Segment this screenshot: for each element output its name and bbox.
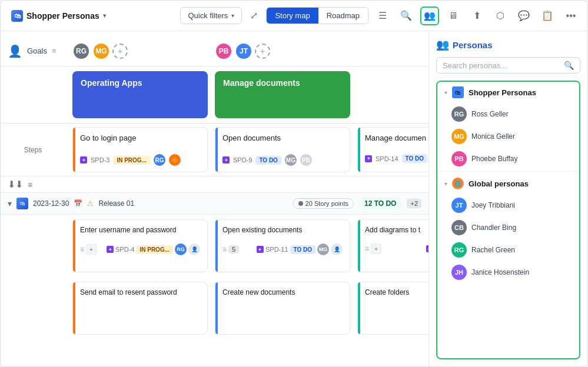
history-icon[interactable]: 📋 xyxy=(538,6,557,25)
expand-icon-button[interactable]: ⤢ xyxy=(247,6,261,25)
expand-all-icon[interactable]: ⬇⬇ xyxy=(8,179,23,190)
persona-avatar-janice: JH xyxy=(451,265,467,280)
epic-cards: Operating Apps Manage documents xyxy=(65,71,428,118)
persona-item-joey[interactable]: JT Joey Tribbiani xyxy=(437,194,579,216)
story-points-dot xyxy=(298,201,303,206)
comment-icon[interactable]: 💬 xyxy=(514,6,533,25)
ticket-id-2: SPD-9 xyxy=(233,156,252,164)
persona-item-ross[interactable]: RG Ross Geller xyxy=(437,103,579,125)
expand-rows-icon-2: ≡ xyxy=(222,245,227,253)
persona-name-monica: Monica Geller xyxy=(471,132,515,141)
list-view-icon[interactable]: ☰ xyxy=(373,6,392,25)
roadmap-tab[interactable]: Roadmap xyxy=(318,8,368,24)
persona-item-chandler[interactable]: CB Chandler Bing xyxy=(437,216,579,239)
release-expand-btn[interactable]: ▾ xyxy=(8,199,12,208)
step-card-2-title: Open documents xyxy=(222,134,343,142)
release-date: 2023-12-30 xyxy=(33,199,69,208)
persona-item-monica[interactable]: MG Monica Geller xyxy=(437,125,579,148)
story-card-6: Create folders xyxy=(357,282,428,335)
story-avatar-3: MG xyxy=(317,243,329,255)
release-icon: 🛍 xyxy=(16,198,28,209)
steps-row: Steps Go to login page ✦ SPD-3 IN PROG..… xyxy=(1,124,428,176)
persona-avatar-4[interactable]: JT xyxy=(235,42,253,60)
step-card-1-title: Go to login page xyxy=(80,134,200,142)
add-persona-2[interactable]: + xyxy=(255,44,270,59)
global-group-icon: 🌐 xyxy=(452,178,464,189)
story-card-5-bar xyxy=(215,282,218,334)
persona-name-rachel: Rachel Green xyxy=(471,246,515,254)
persona-item-phoebe[interactable]: PB Phoebe Buffay xyxy=(437,148,579,170)
step-avatar-4: PB xyxy=(300,154,312,166)
persona-search-box[interactable]: 🔍 xyxy=(436,57,580,74)
step-avatar-3: MG xyxy=(285,154,297,166)
story-card-1-title: Enter username and password xyxy=(80,226,200,234)
steps-label-col: Steps xyxy=(1,144,65,156)
add-btn-1[interactable]: + xyxy=(86,244,97,255)
persona-avatar-3[interactable]: PB xyxy=(215,42,232,60)
epic2-personas: PB JT + xyxy=(208,42,350,60)
epics-row: Operating Apps Manage documents xyxy=(1,66,428,124)
persona-avatar-1[interactable]: RG xyxy=(72,42,90,60)
shopper-personas-group-header[interactable]: ▾ 🛍 Shopper Personas xyxy=(437,82,579,103)
global-personas-group-header[interactable]: ▾ 🌐 Global personas xyxy=(437,173,579,194)
status-badge-1: IN PROG... xyxy=(113,156,150,165)
quick-filters-chevron: ▾ xyxy=(231,12,234,19)
story-card-6-title: Create folders xyxy=(365,288,428,296)
view-tabs: Story map Roadmap xyxy=(266,7,368,24)
story-card-1-footer: ≡ + ✦ SPD-4 IN PROG... RG 👤 xyxy=(80,243,200,255)
export-icon[interactable]: ⬆ xyxy=(467,6,486,25)
more-icon[interactable]: ••• xyxy=(562,6,580,25)
story-ticket-1: SPD-4 xyxy=(115,246,134,253)
add-btn-3[interactable]: + xyxy=(371,243,381,254)
story-card-2-bar xyxy=(215,220,218,272)
status-badge-3: TO DO xyxy=(402,154,427,163)
personas-icon-btn[interactable]: 👥 xyxy=(420,6,439,25)
persona-item-rachel[interactable]: RG Rachel Green xyxy=(437,239,579,261)
plus-badge: +2 xyxy=(407,199,421,208)
step-cards: Go to login page ✦ SPD-3 IN PROG... RG 🔶… xyxy=(65,127,428,172)
step-card-3-title: Manage documen xyxy=(365,134,428,142)
steps-label: Steps xyxy=(24,146,42,154)
brand-name: Shopper Personas xyxy=(26,11,99,21)
persona-name-ross: Ross Geller xyxy=(471,110,509,118)
persona-name-phoebe: Phoebe Buffay xyxy=(471,155,518,163)
expand-rows-icon-1: ≡ xyxy=(80,245,84,253)
main-content: 👤 Goals ≡ RG MG + PB JT + xyxy=(1,31,587,366)
goals-filter-icon[interactable]: ≡ xyxy=(52,46,57,55)
search-icon[interactable]: 🔍 xyxy=(397,6,416,25)
epic-card-1[interactable]: Operating Apps xyxy=(72,71,208,118)
story-map-tab[interactable]: Story map xyxy=(267,8,318,24)
step-card-1-bar xyxy=(73,128,75,172)
add-persona-1[interactable]: + xyxy=(112,44,128,59)
share-icon[interactable]: ⬡ xyxy=(491,6,510,25)
presentation-icon[interactable]: 🖥 xyxy=(444,6,463,25)
story-card-4-bar xyxy=(73,282,75,334)
brand-logo[interactable]: 🛍 Shopper Personas ▾ xyxy=(8,8,109,24)
persona-avatar-phoebe: PB xyxy=(451,151,467,166)
persona-avatar-2[interactable]: MG xyxy=(92,42,110,60)
epic-card-2[interactable]: Manage documents xyxy=(215,71,350,118)
persona-item-janice[interactable]: JH Janice Hosenstein xyxy=(437,261,579,283)
story-card-5: Create new documents xyxy=(215,282,350,335)
story-card-6-bar xyxy=(358,282,360,334)
story-ticket-2: SPD-11 xyxy=(265,246,288,253)
story-status-1: IN PROG... xyxy=(136,245,173,254)
story-points-badge: 20 Story points xyxy=(293,198,354,209)
story-card-1: Enter username and password ≡ + ✦ SPD-4 … xyxy=(72,219,208,272)
quick-filters-button[interactable]: Quick filters ▾ xyxy=(180,7,242,24)
persona-avatar-rachel: RG xyxy=(451,242,467,258)
calendar-icon[interactable]: 📅 xyxy=(74,199,82,208)
sort-icon[interactable]: ≡ xyxy=(28,180,32,189)
personas-title: 👥 Personas xyxy=(436,38,580,51)
goals-column: 👤 Goals ≡ xyxy=(1,44,65,58)
story-avatar-1: RG xyxy=(175,243,187,255)
goals-label: Goals xyxy=(27,46,47,55)
story-cards-row2: Send email to resent password Create new… xyxy=(1,277,428,335)
persona-search-input[interactable] xyxy=(443,61,560,70)
count-badge-2: 5 xyxy=(228,245,239,253)
story-ticket-icon-1: ✦ xyxy=(107,246,114,253)
ticket-id-1: SPD-3 xyxy=(91,156,109,164)
step-avatar-1: RG xyxy=(154,154,165,166)
persona-search-icon[interactable]: 🔍 xyxy=(564,61,574,70)
user-header-row: 👤 Goals ≡ RG MG + PB JT + xyxy=(1,31,428,66)
